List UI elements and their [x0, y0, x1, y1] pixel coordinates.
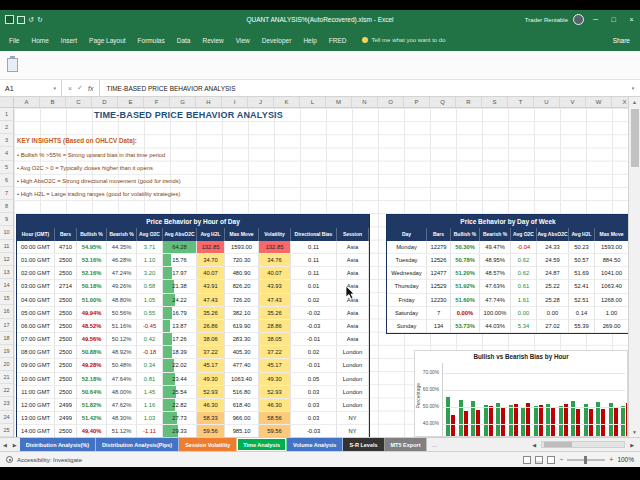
column-header-k[interactable]: K: [274, 97, 300, 107]
scroll-down-icon[interactable]: ▼: [632, 427, 637, 437]
col-header-day[interactable]: Day: [387, 228, 427, 241]
table-row[interactable]: Monday1227950.30%49.47%-0.0424.3350.2315…: [387, 241, 629, 254]
column-header-j[interactable]: J: [248, 97, 274, 107]
tab-scroll-right-icon[interactable]: ▶: [10, 438, 20, 451]
column-header-v[interactable]: V: [560, 97, 586, 107]
table-row[interactable]: 03:00 GMT271450.18%49.26%0.5821.3843.918…: [17, 280, 369, 293]
row-header-10[interactable]: 10: [0, 226, 13, 239]
table-row[interactable]: 02:00 GMT250052.16%47.24%3.2017.9740.074…: [17, 267, 369, 280]
row-header-16[interactable]: 16: [0, 305, 13, 318]
sheet-tab-distribution-analysis-pips[interactable]: Distribution Analysis(Pips): [96, 438, 179, 451]
col-header-max-move[interactable]: Max Move: [225, 228, 259, 241]
table-row[interactable]: 13:00 GMT249951.42%48.30%1.0327.7358.339…: [17, 412, 369, 425]
vertical-scroll-thumb[interactable]: [631, 109, 639, 167]
undo-icon[interactable]: ↺: [28, 15, 34, 24]
col-header-avg-h2l[interactable]: Avg H2L: [197, 228, 225, 241]
column-header-u[interactable]: U: [534, 97, 560, 107]
row-header-13[interactable]: 13: [0, 266, 13, 279]
save-icon[interactable]: [17, 16, 25, 24]
column-header-q[interactable]: Q: [430, 97, 456, 107]
column-header-a[interactable]: A: [14, 97, 40, 107]
ribbon-tab-formulas[interactable]: Formulas: [132, 34, 171, 47]
col-header-bullish[interactable]: Bullish %: [451, 228, 480, 241]
column-header-r[interactable]: R: [456, 97, 482, 107]
maximize-button[interactable]: □: [607, 16, 620, 23]
row-header-4[interactable]: 4: [0, 147, 13, 160]
zoom-in-icon[interactable]: +: [609, 456, 613, 463]
column-header-f[interactable]: F: [144, 97, 170, 107]
row-header-6[interactable]: 6: [0, 174, 13, 187]
column-header-c[interactable]: C: [66, 97, 92, 107]
row-header-18[interactable]: 18: [0, 332, 13, 345]
col-header-max-move[interactable]: Max Move: [595, 228, 629, 241]
minimize-button[interactable]: ─: [589, 16, 602, 23]
sheet-tab-time-analysis[interactable]: Time Analysis: [237, 438, 287, 451]
name-box[interactable]: A1 ▾: [0, 80, 62, 96]
horizontal-scroll-thumb[interactable]: [544, 442, 572, 447]
column-header-w[interactable]: W: [586, 97, 612, 107]
insert-function-icon[interactable]: fx: [88, 85, 93, 92]
accessibility-status[interactable]: Accessibility: Investigate: [17, 457, 82, 463]
col-header-bearish[interactable]: Bearish %: [107, 228, 137, 241]
column-header-l[interactable]: L: [300, 97, 326, 107]
user-avatar[interactable]: [573, 14, 584, 25]
row-header-19[interactable]: 19: [0, 345, 13, 358]
zoom-slider[interactable]: [567, 459, 605, 461]
formula-bar-expand-icon[interactable]: ▾: [626, 80, 640, 96]
sheet-tab-s-r-levels[interactable]: S-R Levels: [343, 438, 384, 451]
table-row[interactable]: 10:00 GMT250052.18%47.64%0.8123.4449.301…: [17, 373, 369, 386]
table-row[interactable]: Friday1223051.60%47.74%1.6125.2852.51126…: [387, 294, 629, 307]
table-row[interactable]: 09:00 GMT250049.28%50.48%0.3422.0245.174…: [17, 359, 369, 372]
table-row[interactable]: 12:00 GMT249951.82%47.62%1.1622.8246.306…: [17, 399, 369, 412]
zoom-out-icon[interactable]: −: [559, 456, 563, 463]
column-header-g[interactable]: G: [170, 97, 196, 107]
column-header-n[interactable]: N: [352, 97, 378, 107]
tab-overflow[interactable]: …: [427, 438, 441, 451]
clipboard-icon[interactable]: [7, 58, 18, 72]
column-header-t[interactable]: T: [508, 97, 534, 107]
tell-me-box[interactable]: Tell me what you want to do: [362, 37, 445, 43]
table-row[interactable]: 01:00 GMT250053.16%46.28%1.1015.7634.707…: [17, 254, 369, 267]
table-row[interactable]: Thursday1252951.92%47.63%0.6125.2252.411…: [387, 280, 629, 293]
ribbon-tab-fred[interactable]: FRED: [323, 34, 353, 47]
zoom-level[interactable]: 100%: [617, 456, 634, 463]
col-header-bearish[interactable]: Bearish %: [480, 228, 511, 241]
hscroll-left-icon[interactable]: ◀: [529, 442, 539, 448]
table-row[interactable]: 00:00 GMT471054.95%44.35%3.7164.28132.85…: [17, 241, 369, 254]
table-row[interactable]: 04:00 GMT250051.00%48.80%1.0524.2247.437…: [17, 294, 369, 307]
select-all-corner[interactable]: [0, 97, 14, 107]
row-header-21[interactable]: 21: [0, 371, 13, 384]
sheet-tab-mt5-export[interactable]: MT5 Export: [385, 438, 428, 451]
row-header-15[interactable]: 15: [0, 292, 13, 305]
row-header-7[interactable]: 7: [0, 187, 13, 200]
normal-view-icon[interactable]: [523, 456, 531, 464]
column-header-m[interactable]: M: [326, 97, 352, 107]
col-header-avg-o2c[interactable]: Avg O2C: [511, 228, 537, 241]
table-row[interactable]: 11:00 GMT250050.64%48.00%1.4525.5452.935…: [17, 386, 369, 399]
row-header-23[interactable]: 23: [0, 397, 13, 410]
column-header-i[interactable]: I: [222, 97, 248, 107]
share-button[interactable]: Share: [613, 37, 630, 44]
table-row[interactable]: Saturday70.00%100.00%0.000.000.141.00: [387, 307, 629, 320]
column-header-s[interactable]: S: [482, 97, 508, 107]
column-header-d[interactable]: D: [92, 97, 118, 107]
col-header-avg-abso2c[interactable]: Avg AbsO2C: [537, 228, 569, 241]
col-header-avg-h2l[interactable]: Avg H2L: [569, 228, 595, 241]
column-header-x[interactable]: X: [612, 97, 628, 107]
ribbon-tab-view[interactable]: View: [230, 34, 256, 47]
sheet-tab-session-volatility[interactable]: Session Volatility: [179, 438, 237, 451]
tab-scroll-left-icon[interactable]: ◀: [0, 438, 10, 451]
row-header-22[interactable]: 22: [0, 384, 13, 397]
col-header-bullish[interactable]: Bullish %: [77, 228, 107, 241]
hscroll-track[interactable]: [541, 441, 625, 448]
row-header-8[interactable]: 8: [0, 200, 13, 213]
ribbon-tab-home[interactable]: Home: [25, 34, 54, 47]
sheet-tab-distribution-analysis[interactable]: Distribution Analysis(%): [20, 438, 96, 451]
ribbon-tab-insert[interactable]: Insert: [55, 34, 83, 47]
table-row[interactable]: 06:00 GMT250048.52%51.16%-0.4513.8726.86…: [17, 320, 369, 333]
ribbon-tab-review[interactable]: Review: [196, 34, 229, 47]
check-icon[interactable]: ✓: [77, 84, 83, 92]
col-header-hour-gmt[interactable]: Hour (GMT): [17, 228, 55, 241]
column-header-p[interactable]: P: [404, 97, 430, 107]
ribbon-tab-page-layout[interactable]: Page Layout: [83, 34, 132, 47]
